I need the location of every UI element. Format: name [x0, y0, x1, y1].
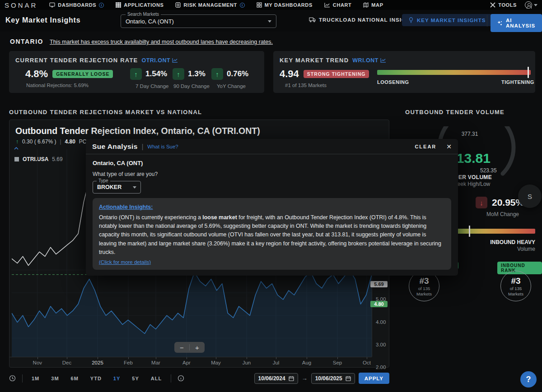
clock-icon[interactable]: [9, 375, 16, 382]
trend-marker: [528, 67, 529, 78]
date-from-input[interactable]: 10/06/2024: [254, 373, 298, 384]
market-summary-row: ONTARIO This market has excess truck ava…: [10, 38, 273, 45]
arrow-up-icon: ↑: [173, 68, 184, 80]
risk-icon: [175, 2, 181, 8]
inbound-rank-circle: #3 of 135 Markets: [500, 271, 531, 301]
clear-button[interactable]: CLEAR: [415, 144, 436, 149]
truck-icon: [309, 17, 316, 23]
ont-current-badge: 4.80: [370, 301, 388, 307]
range-ytd[interactable]: YTD: [88, 374, 104, 383]
ticker-wri-ont[interactable]: WRI.ONT: [352, 57, 386, 64]
arrow-down-icon: ↓: [476, 197, 487, 208]
zoom-in-button[interactable]: +: [190, 344, 205, 351]
axis-tick: [367, 357, 367, 359]
actionable-insights-card: Actionable Insights: Ontario (ONT) is cu…: [93, 198, 451, 270]
sue-analysis-modal: Sue Analysis | What is Sue? CLEAR ✕ Onta…: [86, 139, 458, 276]
ai-analysis-button[interactable]: AI ANALYSIS: [491, 14, 542, 32]
mom-change: ↓ 20.95%: [476, 197, 524, 208]
volume-section-heading: OUTBOUND TENDER VOLUME: [405, 109, 505, 115]
tiles-icon: [257, 2, 262, 8]
user-type-select[interactable]: Type BROKER: [93, 181, 141, 194]
axis-tick: [216, 357, 216, 359]
market-summary-link[interactable]: This market has excess truck availabilty…: [50, 39, 273, 45]
actionable-insights-link[interactable]: Actionable Insights:: [99, 204, 153, 210]
calendar-icon: [346, 376, 351, 381]
user-type-value: BROKER: [97, 184, 121, 190]
gauge-top-value: 377.31: [434, 131, 506, 137]
nav-my-dashboards[interactable]: MY DASHBOARDS: [257, 2, 313, 8]
balance-marker: [469, 226, 470, 237]
nav-risk-management[interactable]: RISK MANAGEMENT i: [175, 2, 244, 8]
ticker-otri-ont[interactable]: OTRI.ONT: [141, 57, 178, 64]
sonar-widget-button[interactable]: S: [518, 184, 542, 208]
arrow-up-icon: ↑: [130, 68, 142, 80]
date-to-input[interactable]: 10/06/2025: [311, 373, 355, 384]
zoom-out-button[interactable]: −: [174, 344, 189, 351]
sonar-logo: SONAR: [5, 1, 37, 9]
divider: [487, 15, 487, 27]
key-market-trend-panel: KEY MARKET TREND WRI.ONT 4.94 STRONG TIG…: [273, 51, 535, 93]
loose-badge: GENERALLY LOOSE: [52, 70, 113, 78]
arrow-right: →: [302, 375, 308, 382]
nav-dashboards[interactable]: DASHBOARDS i: [49, 2, 104, 8]
user-type-question: What type of user are you?: [86, 166, 458, 177]
search-markets-input[interactable]: Search Markets Ontario, CA (ONT): [121, 14, 276, 28]
what-is-sue-link[interactable]: What is Sue?: [147, 144, 178, 149]
divider: [22, 374, 23, 383]
close-icon[interactable]: ✕: [446, 143, 452, 150]
key-market-insights-button[interactable]: KEY MARKET INSIGHTS: [402, 14, 492, 26]
truckload-national-insights-button[interactable]: TRUCKLOAD NATIONAL INSIGHTS: [309, 17, 418, 23]
range-5y[interactable]: 5Y: [129, 374, 141, 383]
axis-tick: [98, 357, 98, 359]
chart-zoom-control: − +: [174, 342, 205, 353]
chart-title: Outbound Tender Rejection Index, Ontario…: [15, 126, 260, 136]
more-details-link[interactable]: (Click for more details): [99, 259, 151, 265]
chart-line-icon: [380, 58, 386, 63]
usa-current-badge: 5.69: [370, 281, 388, 287]
panel-title: CURRENT TENDER REJECTION RATE: [15, 57, 138, 64]
chevron-down-icon[interactable]: [268, 20, 271, 23]
apply-button[interactable]: APPLY: [359, 373, 389, 384]
range-1m[interactable]: 1M: [29, 374, 42, 383]
calendar-icon: [289, 376, 294, 381]
national-rejections: National Rejections: 5.69%: [26, 83, 89, 88]
chevron-down-icon[interactable]: [133, 186, 136, 189]
top-nav: SONAR DASHBOARDS i APPLICATIONS RISK MAN…: [0, 0, 542, 10]
user-avatar-icon: [525, 1, 532, 9]
grid-icon: [116, 2, 121, 8]
insight-text: Ontario (ONT) is currently experiencing …: [99, 213, 445, 257]
range-3m[interactable]: 3M: [48, 374, 61, 383]
trend-rank: #1 of 135 Markets: [285, 83, 327, 88]
gauge-high-value: 523.35: [480, 167, 497, 174]
trend-gradient-bar: [377, 70, 531, 75]
time-axis[interactable]: Nov Dec 2025 Feb Mar Apr May Jun Jul Aug…: [9, 357, 372, 368]
info-icon: i: [99, 3, 104, 8]
help-button[interactable]: ?: [520, 371, 537, 387]
range-1y[interactable]: 1Y: [111, 374, 123, 383]
range-all[interactable]: ALL: [148, 374, 164, 383]
nav-map[interactable]: MAP: [363, 2, 383, 8]
trend-value: 4.94: [280, 68, 299, 80]
axis-tick: [337, 357, 338, 359]
profile-menu[interactable]: [525, 1, 537, 9]
modal-header: Sue Analysis | What is Sue? CLEAR ✕: [86, 139, 458, 154]
chevron-down-icon: [534, 4, 537, 6]
axis-tick: [247, 357, 247, 359]
nav-applications[interactable]: APPLICATIONS: [116, 2, 164, 8]
nav-chart[interactable]: CHART: [324, 2, 352, 8]
arrow-up-icon: ↑: [16, 138, 19, 145]
modal-market: Ontario, CA (ONT): [86, 154, 458, 166]
volume-label: Volume: [463, 246, 535, 252]
tender-rejection-panel: CURRENT TENDER REJECTION RATE OTRI.ONT 4…: [9, 51, 264, 93]
chart-line-icon: [172, 58, 178, 63]
arrow-up-icon: ↑: [211, 68, 223, 80]
axis-tick: [67, 357, 67, 359]
divider: [171, 374, 171, 383]
axis-tick: [128, 357, 129, 359]
info-icon[interactable]: [178, 375, 184, 382]
nav-tools[interactable]: TOOLS: [490, 2, 517, 8]
axis-tick: [307, 357, 307, 359]
lightbulb-icon: [408, 17, 414, 23]
chart-section-heading: OUTBOUND TENDER REJECTIONS MARKET VS NAT…: [9, 109, 202, 115]
range-6m[interactable]: 6M: [68, 374, 81, 383]
